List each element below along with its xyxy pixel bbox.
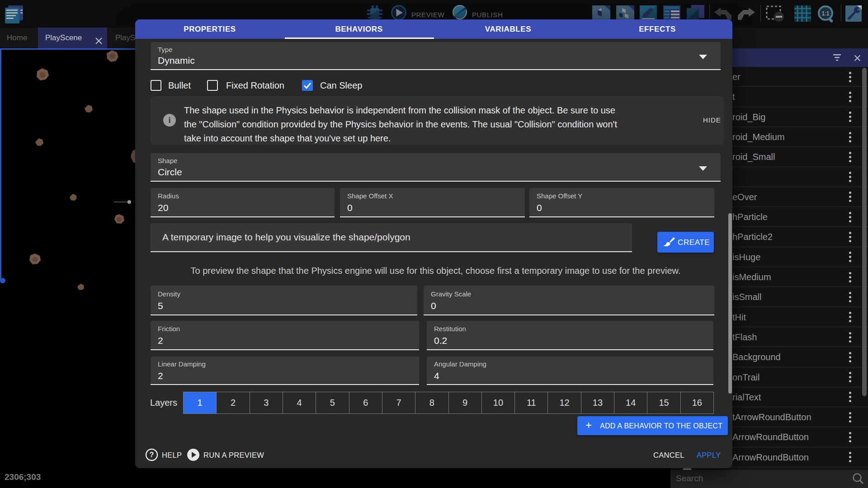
svg-text:?: ?: [150, 451, 154, 459]
svg-text:1:1: 1:1: [822, 10, 830, 17]
